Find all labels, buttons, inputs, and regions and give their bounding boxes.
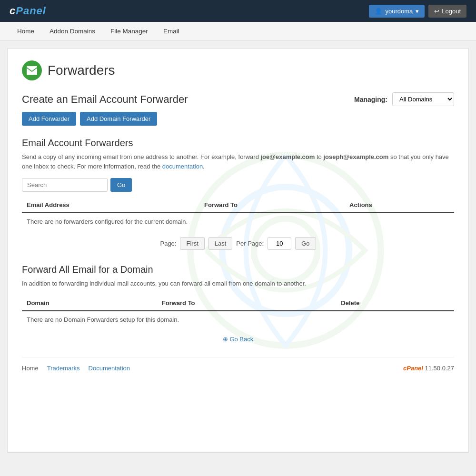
search-go-button[interactable]: Go: [110, 178, 132, 192]
documentation-link[interactable]: documentation: [162, 163, 203, 170]
nav-item-email[interactable]: Email: [156, 22, 187, 40]
cpanel-logo: cPanel: [10, 5, 46, 17]
email-forwarders-table: Email Address Forward To Actions There a…: [22, 198, 454, 230]
col-domain: Domain: [22, 296, 157, 311]
add-domain-forwarder-button[interactable]: Add Domain Forwarder: [80, 112, 157, 126]
footer-trademarks-link[interactable]: Trademarks: [47, 365, 80, 372]
domain-forwarders-heading: Forward All Email for a Domain: [22, 264, 454, 275]
user-menu-button[interactable]: 👤 yourdoma ▾: [369, 5, 425, 18]
nav-item-file-manager[interactable]: File Manager: [103, 22, 156, 40]
page-label: Page:: [160, 240, 176, 247]
email-forwarders-description: Send a copy of any incoming email from o…: [22, 152, 454, 171]
go-back-link[interactable]: ⊕ Go Back: [223, 336, 253, 343]
col-domain-forward-to: Forward To: [157, 296, 337, 311]
domain-forwarders-table: Domain Forward To Delete There are no Do…: [22, 296, 454, 328]
create-section-heading: Create an Email Account Forwarder: [22, 93, 188, 106]
col-delete: Delete: [336, 296, 454, 311]
footer-cpanel-brand: cPanel: [403, 365, 423, 372]
col-actions: Actions: [345, 198, 454, 213]
managing-label: Managing:: [354, 96, 387, 103]
logout-label: Logout: [442, 8, 461, 15]
user-icon: 👤: [375, 8, 382, 15]
table-header-row: Email Address Forward To Actions: [22, 198, 454, 213]
per-page-input[interactable]: [268, 237, 291, 250]
per-page-label: Per Page:: [236, 240, 264, 247]
footer-links-left: Home Trademarks Documentation: [22, 365, 130, 372]
logout-button[interactable]: ↩ Logout: [428, 5, 466, 18]
email-forwarders-heading: Email Account Forwarders: [22, 138, 454, 149]
chevron-down-icon: ▾: [416, 8, 419, 15]
domain-forwarders-description: In addition to forwarding individual mai…: [22, 279, 454, 288]
empty-forwarders-message: There are no forwarders configured for t…: [22, 213, 454, 230]
pagination-go-button[interactable]: Go: [295, 237, 316, 250]
pagination-row: Page: First Last Per Page: Go: [22, 237, 454, 250]
last-page-button[interactable]: Last: [208, 237, 233, 250]
managing-select[interactable]: All Domains: [392, 92, 454, 106]
search-row: Go: [22, 178, 454, 192]
first-page-button[interactable]: First: [180, 237, 204, 250]
header: cPanel 👤 yourdoma ▾ ↩ Logout: [0, 0, 476, 22]
main-content: Forwarders Create an Email Account Forwa…: [7, 48, 469, 453]
nav-item-addon-domains[interactable]: Addon Domains: [42, 22, 103, 40]
top-nav: Home Addon Domains File Manager Email: [0, 22, 476, 41]
col-email-address: Email Address: [22, 198, 199, 213]
managing-row: Managing: All Domains: [354, 92, 454, 106]
forwarders-icon: [22, 60, 42, 80]
page-title: Forwarders: [48, 63, 115, 78]
go-back-icon: ⊕: [223, 336, 228, 343]
header-actions: 👤 yourdoma ▾ ↩ Logout: [369, 5, 466, 18]
col-forward-to: Forward To: [199, 198, 345, 213]
footer: Home Trademarks Documentation cPanel 11.…: [22, 357, 454, 372]
search-input[interactable]: [22, 178, 108, 192]
footer-version: 11.50.0.27: [425, 365, 454, 372]
logout-icon: ↩: [434, 8, 439, 15]
add-forwarder-button[interactable]: Add Forwarder: [22, 112, 76, 126]
page-title-row: Forwarders: [22, 60, 454, 80]
go-back-section: ⊕ Go Back: [22, 335, 454, 343]
table-row: There are no Domain Forwarders setup for…: [22, 311, 454, 328]
username-label: yourdoma: [385, 8, 413, 15]
nav-item-home[interactable]: Home: [10, 22, 42, 40]
go-back-label: Go Back: [229, 336, 253, 343]
footer-documentation-link[interactable]: Documentation: [89, 365, 130, 372]
table-row: There are no forwarders configured for t…: [22, 213, 454, 230]
create-section-header: Create an Email Account Forwarder Managi…: [22, 92, 454, 106]
footer-home-link[interactable]: Home: [22, 365, 39, 372]
footer-brand: cPanel 11.50.0.27: [403, 365, 454, 372]
action-buttons: Add Forwarder Add Domain Forwarder: [22, 112, 454, 126]
domain-table-header-row: Domain Forward To Delete: [22, 296, 454, 311]
empty-domain-forwarders-message: There are no Domain Forwarders setup for…: [22, 311, 454, 328]
